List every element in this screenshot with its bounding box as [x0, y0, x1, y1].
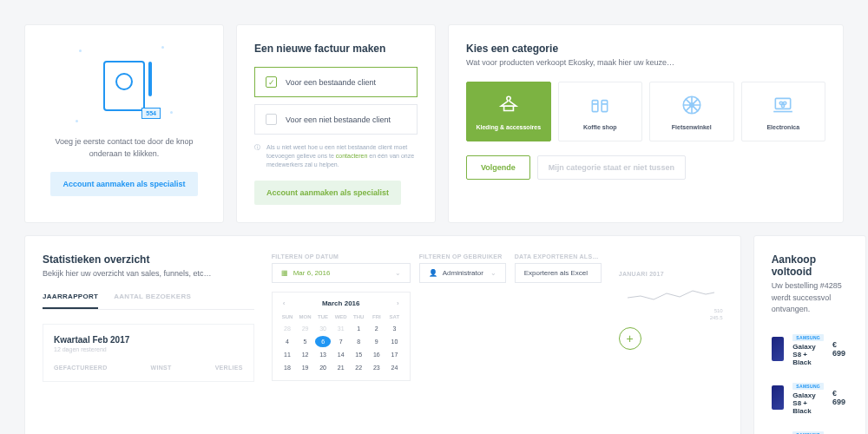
col-invoiced: GEFACTUREERD [54, 365, 108, 371]
calendar-day[interactable]: 4 [279, 336, 296, 347]
option-existing-client[interactable]: ✓ Voor een bestaande client [254, 67, 418, 97]
calendar-day[interactable]: 29 [297, 323, 313, 334]
option-label: Voor een niet bestaande client [286, 115, 391, 124]
filter-date-label: FILTEREN OP DATUM [272, 253, 411, 260]
contact-link[interactable]: contacteren [336, 153, 368, 159]
col-profit: WINST [151, 365, 172, 371]
category-card: Kies een categorie Wat voor producten ve… [448, 24, 844, 223]
coffee-icon [564, 93, 637, 117]
skip-button[interactable]: Mijn categorie staat er niet tussen [537, 155, 686, 180]
calendar-day-header: WED [332, 312, 349, 321]
category-coffee[interactable]: Koffie shop [558, 82, 643, 141]
calendar-day[interactable]: 6 [315, 336, 332, 347]
calendar-day[interactable]: 15 [351, 349, 367, 360]
tab-year-report[interactable]: JAARRAPPORT [43, 293, 98, 309]
quarter-sub: 12 dagen resterend [54, 346, 243, 352]
calendar-day[interactable]: 7 [332, 336, 349, 347]
order-item: SAMSUNGGalaxy S8 + Black€ 699 [772, 373, 849, 422]
calendar-dropdown: ‹ March 2016 › SUNMONTUEWEDTHUFRISAT2829… [272, 292, 411, 381]
calendar-day[interactable]: 17 [386, 349, 403, 360]
empty-state-card: 554 Voeg je eerste contact toe door de k… [24, 24, 224, 223]
calendar-day[interactable]: 2 [369, 323, 385, 334]
sparkline-label: JANUARI 2017 [619, 271, 723, 277]
export-label: DATA EXPORTEREN ALS… [515, 253, 602, 260]
category-bikes[interactable]: Fietsenwinkel [649, 82, 734, 141]
spark-val-1: 510 [714, 308, 723, 313]
product-name: Galaxy S8 + Black [792, 343, 824, 366]
calendar-day[interactable]: 16 [369, 349, 385, 360]
next-month-button[interactable]: › [393, 299, 403, 307]
calendar-day[interactable]: 10 [386, 336, 403, 347]
export-button[interactable]: Exporteren als Excel [515, 263, 602, 283]
calendar-day-header: FRI [369, 312, 385, 321]
notebook-illustration: 554 [72, 43, 176, 129]
calendar-day[interactable]: 19 [297, 362, 313, 373]
hanger-icon [472, 93, 545, 117]
product-thumb [772, 385, 785, 410]
calendar-day[interactable]: 21 [332, 362, 349, 373]
calendar-day[interactable]: 23 [369, 362, 385, 373]
option-label: Voor een bestaande client [286, 78, 376, 87]
calendar-day[interactable]: 28 [279, 323, 296, 334]
next-button[interactable]: Volgende [466, 155, 530, 180]
category-electronics[interactable]: Electronica [741, 82, 826, 141]
calendar-day[interactable]: 8 [351, 336, 367, 347]
calendar-day[interactable]: 11 [279, 349, 296, 360]
wheel-icon [655, 93, 728, 117]
calendar-day[interactable]: 1 [351, 323, 367, 334]
calendar-day[interactable]: 20 [315, 362, 332, 373]
sparkline-chart [619, 280, 723, 306]
quarter-title: Kwartaal Feb 2017 [54, 335, 243, 345]
calendar-day[interactable]: 9 [369, 336, 385, 347]
tab-visitors[interactable]: AANTAL BEZOEKERS [114, 293, 191, 309]
filter-user-select[interactable]: 👤 Administrator ⌄ [419, 263, 506, 283]
svg-rect-1 [602, 100, 608, 111]
calendar-day[interactable]: 12 [297, 349, 313, 360]
col-loss: VERLIES [215, 365, 243, 371]
calendar-day-header: THU [351, 312, 367, 321]
prev-month-button[interactable]: ‹ [279, 299, 289, 307]
product-price: € 699 [832, 389, 848, 406]
calendar-day[interactable]: 30 [315, 323, 332, 334]
chevron-down-icon: ⌄ [490, 269, 496, 277]
calendar-day[interactable]: 24 [386, 362, 403, 373]
create-account-button[interactable]: Account aanmaken als specialist [50, 172, 197, 196]
add-button[interactable]: + [619, 327, 641, 350]
calendar-day[interactable]: 14 [332, 349, 349, 360]
check-icon: ✓ [266, 76, 277, 88]
calendar-day-header: MON [297, 312, 313, 321]
product-price: € 699 [832, 340, 848, 358]
info-text: Als u niet weet hoe u een niet bestaande… [254, 143, 418, 168]
option-new-client[interactable]: Voor een niet bestaande client [254, 104, 418, 135]
calendar-day[interactable]: 22 [351, 362, 367, 373]
card-title: Een nieuwe factuur maken [254, 43, 418, 55]
calendar-day-header: SUN [279, 312, 296, 321]
calendar-day[interactable]: 3 [386, 323, 403, 334]
checkbox-empty-icon [266, 114, 277, 125]
svg-point-7 [782, 104, 785, 107]
spark-val-2: 245.5 [710, 315, 723, 320]
empty-state-text: Voeg je eerste contact toe door de knop … [43, 136, 206, 160]
stats-card: Statistieken overzicht Bekijk hier uw ov… [24, 235, 741, 434]
calendar-day[interactable]: 13 [315, 349, 332, 360]
calendar-day[interactable]: 18 [279, 362, 296, 373]
product-name: Galaxy S8 + Black [792, 391, 824, 415]
calendar-day[interactable]: 31 [332, 323, 349, 334]
user-icon: 👤 [429, 269, 437, 277]
laptop-icon [747, 93, 820, 117]
create-account-button[interactable]: Account aanmaken als specialist [254, 181, 401, 205]
order-complete-card: Aankoop voltooid Uw bestelling #4285 wer… [753, 235, 867, 434]
category-clothing[interactable]: Kleding & accessoires [466, 82, 551, 141]
calendar-month: March 2016 [322, 299, 360, 307]
product-tag: SAMSUNG [792, 383, 824, 390]
new-invoice-card: Een nieuwe factuur maken ✓ Voor een best… [236, 24, 436, 223]
calendar-day[interactable]: 5 [297, 336, 313, 347]
chevron-down-icon: ⌄ [395, 269, 401, 277]
calendar-icon: ▦ [281, 269, 288, 277]
card-title: Kies een categorie [466, 43, 825, 55]
order-subtitle: Uw bestelling #4285 werdt successvol ont… [772, 280, 849, 316]
svg-rect-0 [593, 100, 599, 111]
filter-date-select[interactable]: ▦ Mar 6, 2016 ⌄ [272, 263, 411, 283]
product-tag: SAMSUNG [792, 334, 824, 341]
order-item: SAMSUNGGalaxy S8 + Black€ 699 [772, 422, 849, 434]
